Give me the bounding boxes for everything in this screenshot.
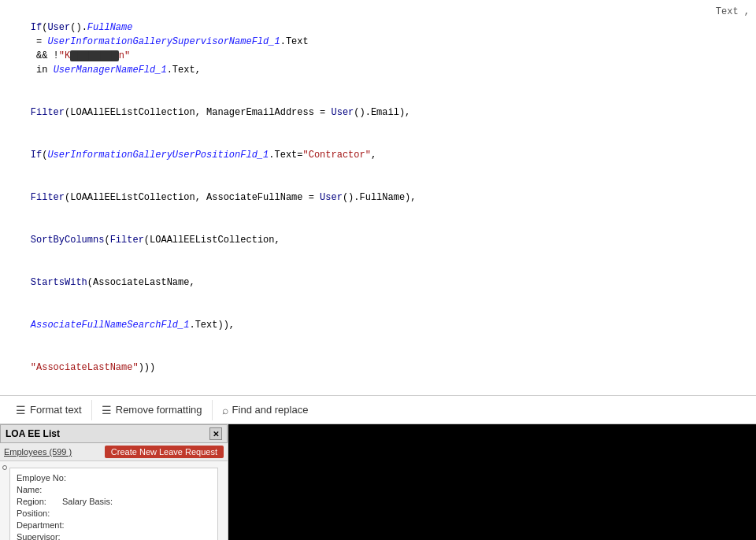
card-1-name: Name: [17, 485, 211, 494]
create-new-leave-request-button[interactable]: Create New Leave Request [105, 446, 224, 458]
code-line-8: "AssociateLastName"))) [8, 346, 748, 389]
code-line-2: Filter(LOAAllEEListCollection, ManagerEm… [8, 91, 748, 134]
card-1-employee-no: Employe No: [17, 473, 211, 483]
right-panel [228, 424, 756, 540]
remove-formatting-label: Remove formatting [116, 404, 202, 416]
find-replace-label: Find and replace [232, 404, 309, 416]
format-text-label: Format text [30, 404, 82, 416]
panel-title: LOA EE List [6, 428, 60, 439]
remove-formatting-icon: ☰ [102, 404, 112, 416]
code-line-5: SortByColumns(Filter(LOAAllEEListCollect… [8, 219, 748, 261]
code-editor[interactable]: Text , If(User().FullName = UserInformat… [0, 0, 756, 396]
remove-formatting-button[interactable]: ☰ Remove formatting [92, 400, 213, 420]
code-line-4: Filter(LOAAllEEListCollection, Associate… [8, 176, 748, 219]
employee-card-1[interactable]: Employe No: Name: Region: Salary Basis: … [9, 468, 218, 540]
corner-text: Text , [716, 5, 750, 19]
employees-count[interactable]: Employees (599 ) [4, 447, 72, 457]
card-1-salary-basis: Salary Basis: [62, 497, 113, 506]
code-line-3: If(UserInformationGalleryUserPositionFld… [8, 134, 748, 176]
resize-handle-top-left-1[interactable] [2, 465, 7, 470]
card-1-supervisor: Supervisor: [17, 532, 211, 540]
format-text-button[interactable]: ☰ Format text [6, 400, 92, 420]
left-panel: LOA EE List ✕ Employees (599 ) Create Ne… [0, 424, 228, 540]
find-replace-icon: ⌕ [222, 404, 228, 416]
code-line-1: If(User().FullName = UserInformationGall… [8, 6, 748, 91]
panel-close-button[interactable]: ✕ [209, 427, 222, 440]
find-replace-button[interactable]: ⌕ Find and replace [213, 400, 318, 420]
panel-subheader: Employees (599 ) Create New Leave Reques… [0, 443, 228, 461]
card-1-position: Position: [17, 509, 211, 518]
card-1-department: Department: [17, 520, 211, 530]
main-content: LOA EE List ✕ Employees (599 ) Create Ne… [0, 424, 756, 540]
code-line-6: StartsWith(AssociateLastName, [8, 261, 748, 304]
card-1-region-row: Region: Salary Basis: [17, 497, 211, 506]
panel-header: LOA EE List ✕ [0, 424, 228, 443]
code-line-7: AssociateFullNameSearchFld_1.Text)), [8, 304, 748, 346]
format-text-icon: ☰ [16, 404, 26, 416]
card-1-region: Region: [17, 497, 46, 506]
toolbar: ☰ Format text ☰ Remove formatting ⌕ Find… [0, 396, 756, 424]
card-container-1: Employe No: Name: Region: Salary Basis: … [5, 468, 223, 540]
